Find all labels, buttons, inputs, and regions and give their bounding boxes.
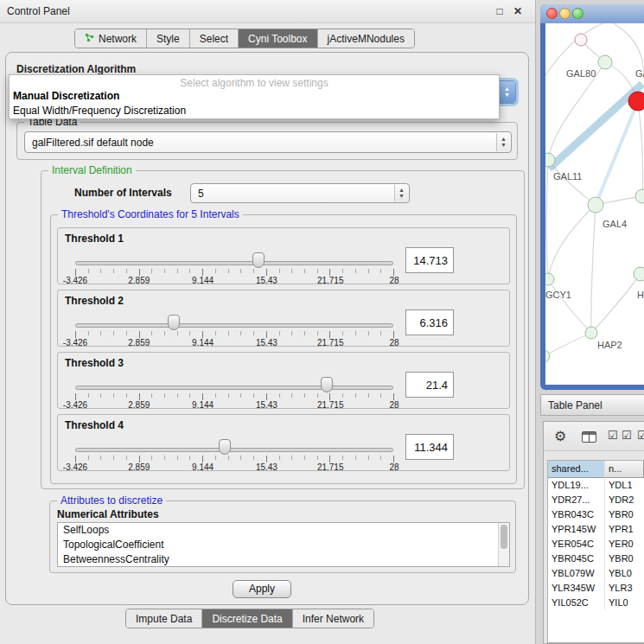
table-row[interactable]: YLR345WYLR3 [548,581,644,596]
algorithm-option[interactable]: Equal Width/Frequency Discretization [10,104,499,118]
zoom-traffic-icon[interactable] [572,8,583,19]
slider-thumb-icon[interactable] [252,252,265,268]
threshold-value-field[interactable]: 11.344 [405,434,454,460]
table-cell[interactable]: YIL0 [605,596,644,610]
threshold-value-field[interactable]: 6.316 [405,309,454,335]
table-row[interactable]: YER054CYER0 [548,537,644,552]
table-cell[interactable]: YBL0 [605,566,644,581]
table-cell[interactable]: YBR0 [605,507,644,522]
table-row[interactable]: YBR043CYBR0 [548,507,644,522]
table-row[interactable]: YDR27...YDR2 [548,493,644,507]
algorithm-section-label: Discretization Algorithm [16,63,136,75]
threshold-slider[interactable]: -3.4262.8599.14415.4321.71528 [75,322,393,346]
network-canvas-svg[interactable]: GAL80GAL4GAL11GAL4GCY1HAP1HAP2 [545,23,644,385]
table-cell[interactable]: YBR043C [548,507,605,522]
attributes-list[interactable]: SelfLoopsTopologicalCoefficientBetweenne… [57,522,510,567]
bottom-tab-discretize-data[interactable]: Discretize Data [202,609,292,628]
attribute-list-item[interactable]: BetweennessCentrality [58,552,509,567]
table-row[interactable]: YPR145WYPR1 [548,522,644,537]
slider-thumb-icon[interactable] [321,377,333,392]
select-checkbox-icon[interactable]: ☑ [608,429,618,442]
attribute-list-item[interactable]: SelfLoops [58,523,509,538]
close-icon[interactable]: ✕ [511,4,525,18]
table-cell[interactable]: YDR2 [605,493,644,507]
interval-definition-label: Interval Definition [48,164,136,176]
network-node[interactable] [545,153,555,167]
tab-network[interactable]: Network [75,29,147,48]
slider-scale-labels: -3.4262.8599.14415.4321.71528 [75,276,394,286]
tab-cyni-toolbox[interactable]: Cyni Toolbox [239,29,317,48]
threshold-value-field[interactable]: 14.713 [405,247,454,273]
dropdown-stepper-icon[interactable]: ▲▼ [496,133,510,151]
table-row[interactable]: YDL19...YDL1 [548,478,644,493]
scale-label: -3.426 [63,462,87,472]
threshold-value-field[interactable]: 21.4 [405,372,454,398]
threshold-slider[interactable]: -3.4262.8599.14415.4321.71528 [75,259,393,284]
table-cell[interactable]: YPR1 [605,522,644,537]
tab-jactivemnodules[interactable]: jActiveMNodules [318,29,414,48]
slider-track[interactable] [75,323,393,328]
threshold-slider[interactable]: -3.4262.8599.14415.4321.71528 [75,446,393,470]
slider-track[interactable] [75,448,393,452]
minimize-traffic-icon[interactable] [559,8,571,19]
network-node[interactable] [588,197,603,213]
table-cell[interactable]: YDL1 [605,478,644,493]
network-window-titlebar[interactable] [540,4,644,23]
table-row[interactable]: YBL079WYBL0 [548,566,644,581]
attributes-group: Attributes to discretize Numerical Attri… [49,501,516,573]
slider-track[interactable] [75,386,393,390]
table-cell[interactable]: YLR345W [548,581,605,596]
table-cell[interactable]: YBL079W [548,566,605,581]
table-cell[interactable]: YBR0 [605,552,644,566]
slider-thumb-icon[interactable] [219,439,231,455]
network-node[interactable] [585,327,597,339]
slider-track[interactable] [75,261,393,265]
network-node[interactable] [628,92,644,111]
algorithm-option[interactable]: Manual Discretization [10,89,499,104]
dropdown-stepper-icon[interactable]: ▲▼ [394,185,408,201]
gear-icon[interactable]: ⚙ [554,428,566,444]
table-cell[interactable]: YER054C [548,537,605,552]
tab-select[interactable]: Select [190,29,239,48]
float-window-icon[interactable]: □ [493,4,507,18]
table-cell[interactable]: YIL052C [548,596,605,610]
table-row[interactable]: YIL052CYIL0 [548,596,644,610]
table-panel-header[interactable]: Table Panel [540,394,644,416]
table-row[interactable]: YBR045CYBR0 [548,552,644,566]
bottom-tab-impute-data[interactable]: Impute Data [126,609,202,628]
table-panel-window: ⚙ ☑ ☑ ☑ shared...n... YDL19...YDL1YDR27.… [543,421,644,644]
attributes-scrollbar[interactable] [498,523,509,566]
node-table: shared...n... YDL19...YDL1YDR27...YDR2YB… [547,460,644,643]
table-cell[interactable]: YLR3 [605,581,644,596]
dropdown-stepper-icon[interactable]: ▲▼ [499,81,515,103]
threshold-slider[interactable]: -3.4262.8599.14415.4321.71528 [75,384,393,408]
network-node[interactable] [575,34,587,46]
network-node[interactable] [598,55,612,69]
table-cell[interactable]: YDL19... [548,478,605,493]
columns-icon[interactable] [582,431,596,443]
tab-style[interactable]: Style [147,29,190,48]
slider-thumb-icon[interactable] [168,315,180,330]
table-data-dropdown[interactable]: galFiltered.sif default node ▲▼ [24,131,512,153]
select-all-checkbox-icon[interactable]: ☑ [622,429,632,442]
network-node[interactable] [545,350,550,362]
bottom-tab-infer-network[interactable]: Infer Network [293,609,373,628]
network-canvas[interactable]: GAL80GAL4GAL11GAL4GCY1HAP1HAP2 [545,23,644,385]
attribute-list-item[interactable]: TopologicalCoefficient [58,538,509,552]
table-cell[interactable]: YER0 [605,537,644,552]
apply-button[interactable]: Apply [233,580,291,598]
num-intervals-dropdown[interactable]: 5 ▲▼ [190,183,410,203]
scale-label: 21.715 [317,276,344,285]
table-cell[interactable]: YDR27... [548,493,605,507]
column-header[interactable]: n... [605,461,644,478]
close-traffic-icon[interactable] [546,8,558,19]
scrollbar-thumb[interactable] [501,525,507,549]
network-node[interactable] [545,273,554,285]
network-node[interactable] [635,189,644,203]
network-node[interactable] [634,267,644,281]
extra-checkbox-icon[interactable]: ☑ [637,429,644,442]
table-cell[interactable]: YBR045C [548,552,605,566]
column-header[interactable]: shared... [548,461,605,478]
interval-definition-group: Interval Definition Number of Intervals … [41,170,525,489]
table-cell[interactable]: YPR145W [548,522,605,537]
